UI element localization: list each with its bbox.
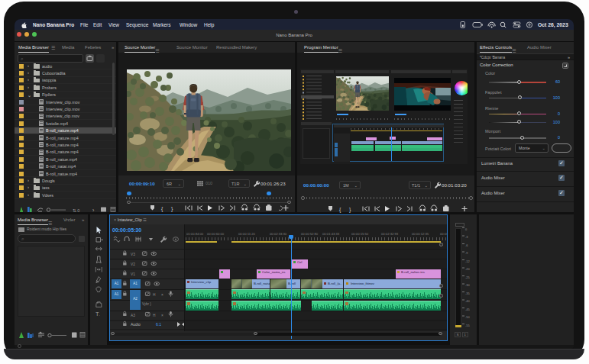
svg-text:×: × [161,314,163,317]
svg-text:}: } [349,207,351,213]
svg-text:A3: A3 [131,314,135,317]
svg-text:›: › [92,208,95,213]
svg-text:V3: V3 [131,253,135,256]
svg-text:×: × [161,293,163,297]
svg-text:H: H [153,293,156,297]
svg-text:{: { [161,206,163,212]
svg-text:H: H [153,314,156,317]
svg-text:⇅.0: ⇅.0 [73,208,79,213]
svg-text:}: } [171,206,173,212]
svg-text:V2: V2 [131,263,135,266]
svg-text:{: { [339,207,341,213]
svg-text:V1: V1 [131,272,135,276]
